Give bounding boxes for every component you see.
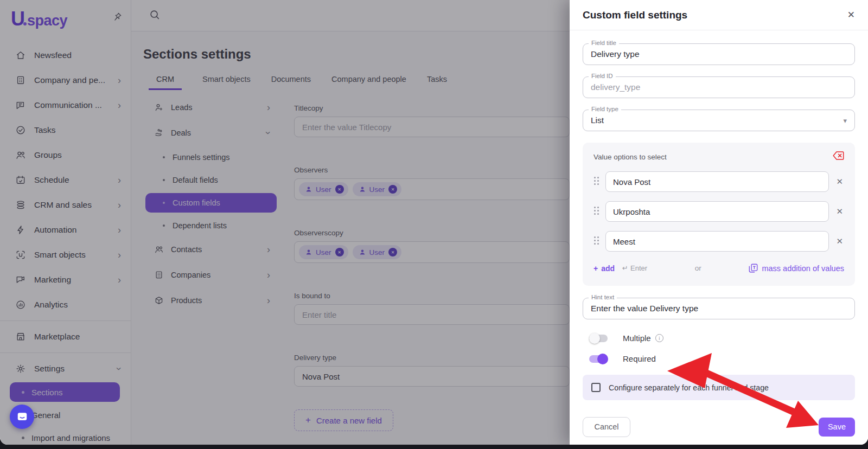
sidebar-item-groups[interactable]: Groups bbox=[0, 143, 131, 168]
add-label: add bbox=[601, 264, 615, 273]
field-title-input[interactable]: Field title Delivery type bbox=[583, 43, 855, 65]
tabs: CRM Smart objects Documents Company and … bbox=[156, 75, 570, 90]
chat-launcher-button[interactable] bbox=[10, 405, 34, 429]
modal-body: Field title Delivery type Field ID deliv… bbox=[570, 30, 868, 400]
sidebar-item-schedule[interactable]: Schedule › bbox=[0, 168, 131, 193]
user-chip[interactable]: User ✕ bbox=[299, 245, 348, 259]
subnav-item-funnels-settings[interactable]: Funnels settings bbox=[145, 147, 277, 167]
sidebar-item-label: Automation bbox=[34, 225, 76, 235]
chevron-down-icon: › bbox=[264, 131, 273, 134]
sidebar-item-label: Communication ... bbox=[34, 100, 102, 110]
sidebar-item-import-and-migrations[interactable]: Import and migrations bbox=[10, 428, 120, 445]
dropdown-caret-icon: ▾ bbox=[843, 117, 847, 125]
remove-option-icon[interactable]: ✕ bbox=[835, 207, 844, 216]
sidebar-item-label: Groups bbox=[34, 150, 62, 160]
cancel-button[interactable]: Cancel bbox=[583, 417, 630, 437]
subnav-item-deals[interactable]: Deals › bbox=[145, 122, 277, 144]
option-input[interactable]: Meest bbox=[605, 231, 829, 252]
subnav-item-products[interactable]: Products › bbox=[145, 290, 277, 311]
drag-handle[interactable] bbox=[593, 176, 599, 188]
user-chip[interactable]: User ✕ bbox=[299, 182, 348, 196]
add-option-button[interactable]: +add bbox=[593, 264, 615, 273]
sidebar-item-marketplace[interactable]: Marketplace bbox=[0, 324, 131, 349]
option-input[interactable]: Nova Post bbox=[605, 171, 829, 192]
clear-all-options-icon[interactable] bbox=[833, 151, 844, 162]
app-window: Uspacy Newsfeed Company and pe... › Comm… bbox=[0, 0, 868, 445]
sidebar-item-marketing[interactable]: Marketing › bbox=[0, 267, 131, 292]
funnel-config-checkbox[interactable] bbox=[591, 383, 601, 392]
option-input[interactable]: Ukrposhta bbox=[605, 201, 829, 222]
placeholder-text: Enter title bbox=[302, 310, 336, 319]
remove-chip-icon[interactable]: ✕ bbox=[335, 248, 344, 256]
chevron-right-icon: › bbox=[118, 175, 121, 185]
sidebar-subitem-label: Import and migrations bbox=[31, 433, 110, 442]
info-icon[interactable]: i bbox=[655, 334, 663, 342]
sidebar-item-crm-and-sales[interactable]: CRM and sales › bbox=[0, 193, 131, 217]
sidebar-item-automation[interactable]: Automation › bbox=[0, 217, 131, 242]
save-button[interactable]: Save bbox=[819, 418, 855, 437]
sidebar-item-label: Schedule bbox=[34, 175, 69, 185]
close-icon[interactable]: ✕ bbox=[847, 9, 855, 21]
subnav-label: Contacts bbox=[171, 245, 202, 254]
tab-smart-objects[interactable]: Smart objects bbox=[202, 75, 251, 90]
search-icon[interactable] bbox=[149, 9, 161, 23]
remove-option-icon[interactable]: ✕ bbox=[835, 236, 844, 246]
titlecopy-input[interactable]: Enter the value Titlecopy bbox=[294, 117, 570, 137]
observerscopy-input[interactable]: User ✕ User ✕ bbox=[294, 241, 570, 263]
floating-label: Field title bbox=[589, 40, 619, 46]
sidebar-divider bbox=[0, 352, 131, 353]
sidebar-item-analytics[interactable]: Analytics bbox=[0, 292, 131, 317]
calendar-icon bbox=[15, 175, 26, 185]
field-title-value: Delivery type bbox=[591, 49, 640, 59]
hand-coins-icon bbox=[154, 128, 164, 138]
sidebar-item-label: CRM and sales bbox=[34, 200, 92, 210]
sidebar-subitem-label: General bbox=[31, 410, 60, 420]
sidebar-item-communication[interactable]: Communication ... › bbox=[0, 93, 131, 118]
is-bound-to-input[interactable]: Enter title bbox=[294, 304, 570, 325]
tab-crm[interactable]: CRM bbox=[149, 75, 182, 90]
field-type-select[interactable]: Field type List ▾ bbox=[583, 110, 855, 131]
sidebar-item-settings[interactable]: Settings › bbox=[0, 356, 131, 381]
subnav-item-custom-fields[interactable]: Custom fields bbox=[145, 193, 277, 213]
uspacy-logo[interactable]: Uspacy bbox=[11, 8, 67, 35]
mass-addition-button[interactable]: mass addition of values bbox=[749, 264, 844, 273]
field-type-value: List bbox=[591, 116, 604, 125]
tab-tasks[interactable]: Tasks bbox=[427, 75, 447, 90]
chevron-right-icon: › bbox=[118, 200, 121, 210]
hint-text-input[interactable]: Hint text Enter the value Delivery type bbox=[583, 298, 855, 319]
subnav-item-dependent-lists[interactable]: Dependent lists bbox=[145, 216, 277, 235]
subnav-item-leads[interactable]: Leads › bbox=[145, 97, 277, 118]
chart-circle-icon bbox=[15, 299, 26, 310]
observers-input[interactable]: User ✕ User ✕ bbox=[294, 178, 570, 200]
chip-label: User bbox=[316, 185, 331, 194]
user-chip[interactable]: User ✕ bbox=[353, 182, 402, 196]
remove-option-icon[interactable]: ✕ bbox=[835, 177, 844, 187]
mass-addition-label: mass addition of values bbox=[762, 264, 844, 273]
subnav-item-companies[interactable]: Companies › bbox=[145, 264, 277, 286]
tab-documents[interactable]: Documents bbox=[271, 75, 311, 90]
subnav-item-default-fields[interactable]: Default fields bbox=[145, 170, 277, 190]
pin-sidebar-icon[interactable] bbox=[112, 12, 122, 24]
field-label: Delivery type bbox=[294, 354, 570, 362]
remove-chip-icon[interactable]: ✕ bbox=[388, 185, 397, 194]
bullet-dot bbox=[22, 437, 24, 439]
sidebar-item-smart-objects[interactable]: Smart objects › bbox=[0, 242, 131, 267]
sidebar-item-company-and-people[interactable]: Company and pe... › bbox=[0, 68, 131, 93]
drag-handle[interactable] bbox=[593, 236, 599, 247]
sidebar-item-newsfeed[interactable]: Newsfeed bbox=[0, 43, 131, 68]
field-group-delivery-type: Delivery type Nova Post bbox=[294, 354, 570, 387]
required-toggle[interactable] bbox=[589, 355, 608, 363]
box-icon bbox=[154, 296, 164, 305]
subnav-item-contacts[interactable]: Contacts › bbox=[145, 239, 277, 260]
user-chip[interactable]: User ✕ bbox=[353, 245, 402, 259]
sidebar-item-tasks[interactable]: Tasks bbox=[0, 118, 131, 143]
remove-chip-icon[interactable]: ✕ bbox=[335, 185, 344, 194]
create-new-field-button[interactable]: + Create a new field bbox=[294, 409, 393, 431]
remove-chip-icon[interactable]: ✕ bbox=[388, 248, 397, 256]
sidebar-item-sections[interactable]: Sections bbox=[10, 382, 120, 402]
tab-company-and-people[interactable]: Company and people bbox=[331, 75, 406, 90]
drag-handle[interactable] bbox=[593, 206, 599, 217]
field-id-input[interactable]: Field ID delivery_type bbox=[583, 76, 855, 98]
multiple-toggle[interactable] bbox=[589, 335, 608, 342]
delivery-type-input[interactable]: Nova Post bbox=[294, 366, 570, 387]
